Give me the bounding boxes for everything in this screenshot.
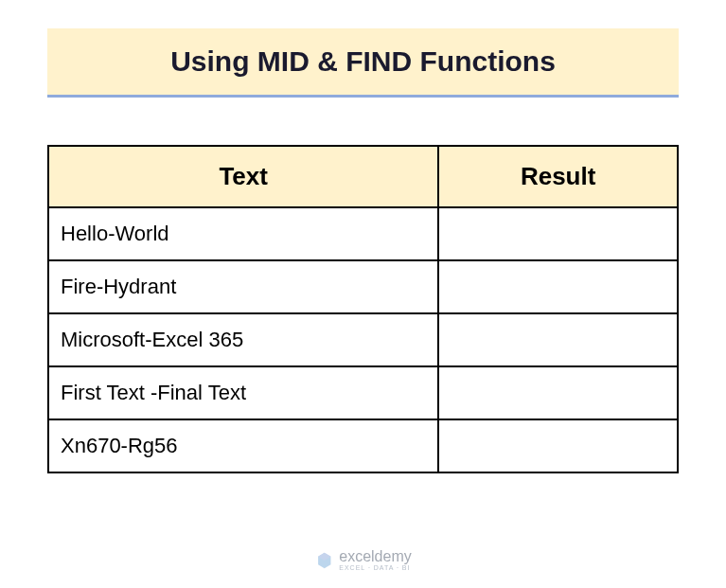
watermark: exceldemy EXCEL · DATA · BI xyxy=(314,549,411,571)
text-cell: Fire-Hydrant xyxy=(48,260,438,313)
watermark-text: exceldemy EXCEL · DATA · BI xyxy=(339,549,411,571)
table-row: Fire-Hydrant xyxy=(48,260,678,313)
title-banner: Using MID & FIND Functions xyxy=(47,28,679,98)
watermark-tagline: EXCEL · DATA · BI xyxy=(339,564,411,571)
table-row: Hello-World xyxy=(48,207,678,260)
text-cell: Microsoft-Excel 365 xyxy=(48,313,438,366)
result-cell xyxy=(438,313,678,366)
page-title: Using MID & FIND Functions xyxy=(47,45,679,78)
result-cell xyxy=(438,419,678,472)
table-row: Xn670-Rg56 xyxy=(48,419,678,472)
column-header-text: Text xyxy=(48,146,438,207)
table-row: First Text -Final Text xyxy=(48,366,678,419)
column-header-result: Result xyxy=(438,146,678,207)
table-header-row: Text Result xyxy=(48,146,678,207)
exceldemy-logo-icon xyxy=(314,551,333,570)
result-cell xyxy=(438,366,678,419)
result-cell xyxy=(438,260,678,313)
watermark-brand: exceldemy xyxy=(339,549,411,564)
text-cell: Xn670-Rg56 xyxy=(48,419,438,472)
text-cell: First Text -Final Text xyxy=(48,366,438,419)
table-row: Microsoft-Excel 365 xyxy=(48,313,678,366)
text-cell: Hello-World xyxy=(48,207,438,260)
data-table: Text Result Hello-World Fire-Hydrant Mic… xyxy=(47,145,679,473)
result-cell xyxy=(438,207,678,260)
